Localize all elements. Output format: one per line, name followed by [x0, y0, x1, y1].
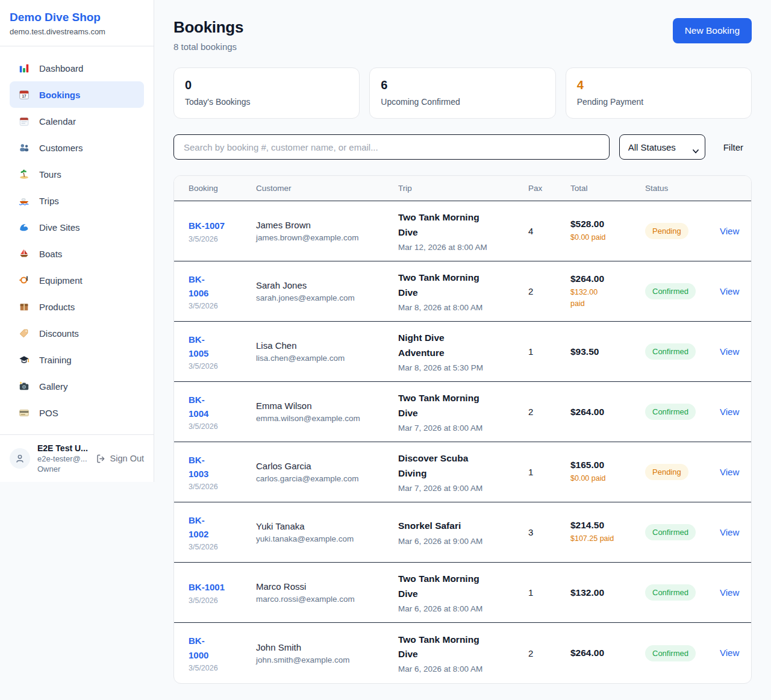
total-amount: $214.50 — [570, 520, 645, 531]
booking-id-link[interactable]: BK-1005 — [189, 334, 208, 358]
sidebar-item-customers[interactable]: Customers — [10, 134, 144, 161]
booking-date: 3/5/2026 — [189, 664, 256, 672]
view-link[interactable]: View — [720, 226, 739, 236]
sidebar-item-label: Discounts — [39, 328, 79, 339]
sidebar-item-tours[interactable]: Tours — [10, 161, 144, 187]
gallery-icon — [18, 380, 30, 392]
customers-icon — [18, 142, 30, 154]
trip-cell: Two Tank Morning Dive Mar 7, 2026 at 8:0… — [398, 391, 528, 432]
actions-cell: View — [720, 587, 739, 598]
table-row: BK-1003 3/5/2026 Carlos Garcia carlos.ga… — [174, 442, 751, 502]
total-cell: $165.00 $0.00 paid — [570, 460, 645, 484]
column-header-total: Total — [570, 184, 645, 193]
booking-cell: BK-1006 3/5/2026 — [189, 272, 256, 311]
view-link[interactable]: View — [720, 587, 739, 598]
new-booking-button[interactable]: New Booking — [673, 18, 752, 43]
paid-amount: $132.00paid — [570, 287, 625, 308]
total-cell: $264.00 — [570, 648, 645, 658]
status-cell: Confirmed — [645, 343, 720, 360]
view-link[interactable]: View — [720, 527, 739, 537]
trip-datetime: Mar 7, 2026 at 9:00 AM — [398, 484, 528, 493]
customer-email: emma.wilson@example.com — [256, 414, 398, 423]
status-badge: Confirmed — [645, 343, 696, 360]
booking-date: 3/5/2026 — [189, 302, 256, 310]
booking-id-link[interactable]: BK-1007 — [189, 220, 225, 231]
actions-cell: View — [720, 407, 739, 417]
sidebar-item-equipment[interactable]: Equipment — [10, 267, 144, 293]
column-header-status: Status — [645, 184, 720, 193]
view-link[interactable]: View — [720, 346, 739, 357]
customer-name: John Smith — [256, 642, 398, 652]
booking-id-link[interactable]: BK-1001 — [189, 582, 225, 592]
column-header-customer: Customer — [256, 184, 398, 193]
sidebar-item-bookings[interactable]: 17Bookings — [10, 81, 144, 108]
sidebar-item-calendar[interactable]: Calendar — [10, 108, 144, 134]
page-header: Bookings 8 total bookings New Booking — [173, 18, 752, 52]
trip-datetime: Mar 8, 2026 at 8:00 AM — [398, 303, 528, 312]
sidebar-item-trips[interactable]: Trips — [10, 187, 144, 214]
customer-name: Sarah Jones — [256, 280, 398, 290]
booking-cell: BK-1000 3/5/2026 — [189, 634, 256, 672]
sidebar-item-pos[interactable]: POS — [10, 399, 144, 426]
tours-icon — [18, 168, 30, 180]
view-link[interactable]: View — [720, 467, 739, 477]
column-header-pax: Pax — [528, 184, 570, 193]
user-name: E2E Test U... — [37, 443, 89, 453]
booking-date: 3/5/2026 — [189, 422, 256, 431]
sidebar-item-gallery[interactable]: Gallery — [10, 373, 144, 399]
customer-cell: Yuki Tanaka yuki.tanaka@example.com — [256, 521, 398, 543]
search-input[interactable] — [173, 134, 610, 160]
booking-id-link[interactable]: BK-1004 — [189, 395, 208, 419]
customer-name: Marco Rossi — [256, 581, 398, 592]
booking-id-link[interactable]: BK-1002 — [189, 515, 208, 539]
status-cell: Confirmed — [645, 524, 720, 540]
trip-name: Discover Scuba Diving — [398, 451, 489, 480]
filter-button[interactable]: Filter — [715, 142, 752, 152]
trips-icon — [18, 195, 30, 207]
booking-cell: BK-1004 3/5/2026 — [189, 393, 256, 431]
sidebar-item-discounts[interactable]: Discounts — [10, 320, 144, 346]
trip-cell: Two Tank Morning Dive Mar 8, 2026 at 8:0… — [398, 270, 528, 311]
view-link[interactable]: View — [720, 407, 739, 417]
booking-id-link[interactable]: BK-1006 — [189, 274, 208, 298]
stat-label: Upcoming Confirmed — [381, 97, 544, 107]
sidebar-item-label: Dashboard — [39, 63, 83, 73]
sidebar-item-label: Gallery — [39, 381, 68, 392]
column-header-trip: Trip — [398, 184, 528, 193]
booking-cell: BK-1005 3/5/2026 — [189, 333, 256, 371]
stats-row: 0Today's Bookings6Upcoming Confirmed4Pen… — [173, 67, 752, 119]
trip-datetime: Mar 12, 2026 at 8:00 AM — [398, 243, 528, 252]
stat-value: 6 — [381, 78, 544, 92]
customer-cell: Lisa Chen lisa.chen@example.com — [256, 340, 398, 363]
page-subtitle: 8 total bookings — [173, 42, 243, 52]
actions-cell: View — [720, 226, 739, 237]
sidebar-item-label: Calendar — [39, 116, 76, 127]
sidebar-item-products[interactable]: Products — [10, 293, 144, 320]
sidebar-item-boats[interactable]: Boats — [10, 240, 144, 267]
trip-datetime: Mar 6, 2026 at 8:00 AM — [398, 604, 528, 613]
booking-cell: BK-1007 3/5/2026 — [189, 219, 256, 243]
sidebar-item-training[interactable]: Training — [10, 346, 144, 373]
status-badge: Confirmed — [645, 645, 696, 661]
booking-id-link[interactable]: BK-1000 — [189, 636, 208, 660]
sidebar-item-dive-sites[interactable]: Dive Sites — [10, 214, 144, 240]
customer-email: yuki.tanaka@example.com — [256, 534, 398, 543]
trip-name: Two Tank Morning Dive — [398, 210, 489, 239]
booking-id-link[interactable]: BK-1003 — [189, 455, 208, 479]
pax-value: 3 — [528, 527, 570, 537]
trip-name: Two Tank Morning Dive — [398, 270, 489, 299]
view-link[interactable]: View — [720, 286, 739, 296]
status-filter-select[interactable]: All Statuses — [619, 134, 705, 160]
total-cell: $264.00 — [570, 407, 645, 417]
view-link[interactable]: View — [720, 648, 739, 658]
total-cell: $264.00 $132.00paid — [570, 273, 645, 308]
sidebar-item-label: Bookings — [39, 90, 80, 100]
sidebar-item-label: Customers — [39, 143, 83, 153]
sidebar-item-dashboard[interactable]: Dashboard — [10, 55, 144, 81]
total-amount: $264.00 — [570, 407, 645, 417]
total-amount: $264.00 — [570, 273, 645, 284]
sign-out-button[interactable]: Sign Out — [96, 454, 144, 464]
customer-email: carlos.garcia@example.com — [256, 474, 398, 483]
trip-cell: Night Dive Adventure Mar 8, 2026 at 5:30… — [398, 331, 528, 372]
customer-cell: Marco Rossi marco.rossi@example.com — [256, 581, 398, 604]
